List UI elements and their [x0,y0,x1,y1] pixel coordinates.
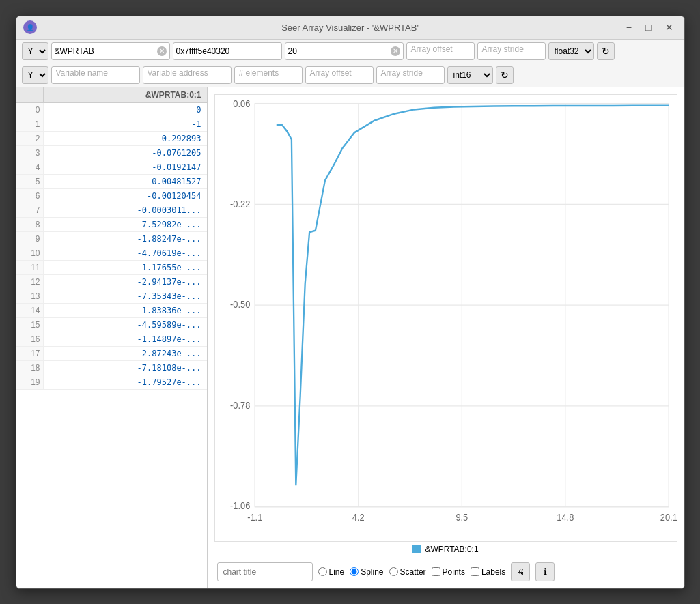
minimize-button[interactable]: − [622,20,636,34]
spline-radio-text: Spline [361,567,383,577]
chart-controls: Line Spline Scatter Points [214,557,677,581]
row-value: -7.18108e-... [44,361,207,375]
spline-radio-label[interactable]: Spline [350,567,383,577]
y-select-1[interactable]: Y [22,42,48,60]
table-row: 1-1 [16,117,207,132]
main-window: 👤 Seer Array Visualizer - '&WPRTAB' − □ … [16,16,685,589]
variable-name-field-1[interactable] [55,46,157,56]
table-row: 2-0.292893 [16,132,207,146]
row-index: 17 [16,347,44,360]
labels-checkbox[interactable] [471,567,479,576]
refresh-button-1[interactable]: ↻ [597,42,615,60]
variable-address-input-1[interactable] [173,42,282,60]
toolbar-row-1: Y ✕ ✕ Array offset Array stride float32 … [16,40,684,63]
line-radio[interactable] [318,567,327,576]
value-col-header: &WPRTAB:0:1 [44,87,207,102]
toolbar-row-2: Y Variable name Variable address # eleme… [16,63,684,87]
table-row: 4-0.0192147 [16,160,207,175]
row-value: -7.35343e-... [44,289,207,303]
svg-text:20.1: 20.1 [660,512,676,523]
maximize-button[interactable]: □ [641,20,655,34]
scatter-radio-label[interactable]: Scatter [389,567,426,577]
table-row: 15-4.59589e-... [16,318,207,332]
svg-text:14.8: 14.8 [557,512,574,523]
points-checkbox-text: Points [443,567,465,577]
scatter-radio[interactable] [389,567,398,576]
array-offset-2[interactable]: Array offset [305,66,374,84]
row-index: 2 [16,132,44,145]
close-button[interactable]: ✕ [661,20,677,34]
variable-name-2[interactable]: Variable name [51,66,140,84]
table-row: 9-1.88247e-... [16,232,207,246]
num-elements-input-1[interactable]: ✕ [285,42,404,60]
chart-legend: &WPRTAB:0:1 [214,542,677,557]
refresh-button-2[interactable]: ↻ [496,66,514,84]
row-index: 9 [16,232,44,246]
labels-checkbox-label[interactable]: Labels [471,567,505,577]
variable-address-2[interactable]: Variable address [143,66,232,84]
line-radio-label[interactable]: Line [318,567,345,577]
row-value: -1 [44,117,207,131]
print-button[interactable]: 🖨 [511,562,530,581]
row-value: -0.00120454 [44,189,207,203]
table-row: 17-2.87243e-... [16,347,207,361]
chart-area: 0.06 -0.22 -0.50 -0.78 -1.06 -1.1 4.2 9.… [208,87,684,588]
row-index: 5 [16,175,44,188]
y-select-2[interactable]: Y [22,66,48,84]
data-type-select-2[interactable]: int16 float32 int32 [447,66,493,84]
table-row: 16-1.14897e-... [16,332,207,347]
array-stride-2[interactable]: Array stride [376,66,445,84]
info-button[interactable]: ℹ [535,562,555,581]
row-index: 3 [16,146,44,160]
row-index: 15 [16,318,44,332]
table-row: 14-1.83836e-... [16,304,207,318]
svg-text:-0.50: -0.50 [230,299,250,310]
svg-text:-1.1: -1.1 [247,512,262,523]
line-radio-text: Line [329,567,345,577]
window-title: Seer Array Visualizer - '&WPRTAB' [281,23,419,33]
row-index: 16 [16,332,44,346]
svg-text:9.5: 9.5 [456,512,468,523]
data-table: &WPRTAB:0:1 001-12-0.2928933-0.07612054-… [16,87,208,588]
points-checkbox-label[interactable]: Points [432,567,465,577]
num-elements-field-1[interactable] [288,46,391,56]
row-value: -0.0192147 [44,160,207,174]
chart-container: 0.06 -0.22 -0.50 -0.78 -1.06 -1.1 4.2 9.… [214,94,677,542]
table-row: 00 [16,103,207,117]
row-value: -1.79527e-... [44,375,207,389]
clear-num-elements-1[interactable]: ✕ [391,46,400,56]
svg-text:-1.06: -1.06 [230,501,250,512]
clear-variable-name-1[interactable]: ✕ [157,46,167,56]
row-value: -0.00481527 [44,175,207,188]
points-checkbox[interactable] [432,567,440,576]
row-value: 0 [44,103,207,117]
row-index: 8 [16,218,44,231]
svg-text:-0.78: -0.78 [230,400,250,411]
table-row: 10-4.70619e-... [16,246,207,261]
data-type-select-1[interactable]: float32 int16 int32 float64 [548,42,594,60]
row-value: -0.0003011... [44,203,207,217]
array-stride-1[interactable]: Array stride [477,42,546,60]
scatter-radio-text: Scatter [400,567,426,577]
array-offset-1[interactable]: Array offset [406,42,475,60]
row-index: 13 [16,289,44,303]
num-elements-2[interactable]: # elements [234,66,303,84]
index-col-header [16,87,44,102]
variable-name-input-1[interactable]: ✕ [51,42,170,60]
table-row: 13-7.35343e-... [16,289,207,304]
table-header: &WPRTAB:0:1 [16,87,207,103]
variable-address-field-1[interactable] [176,46,279,56]
row-index: 4 [16,160,44,174]
row-value: -2.87243e-... [44,347,207,360]
table-row: 6-0.00120454 [16,189,207,203]
legend-color-swatch [412,545,421,553]
row-value: -1.14897e-... [44,332,207,346]
row-index: 18 [16,361,44,375]
titlebar: 👤 Seer Array Visualizer - '&WPRTAB' − □ … [16,16,684,40]
chart-title-input[interactable] [217,562,313,581]
row-index: 7 [16,203,44,217]
row-index: 12 [16,275,44,289]
window-controls: − □ ✕ [622,20,677,34]
spline-radio[interactable] [350,567,359,576]
table-row: 5-0.00481527 [16,175,207,189]
